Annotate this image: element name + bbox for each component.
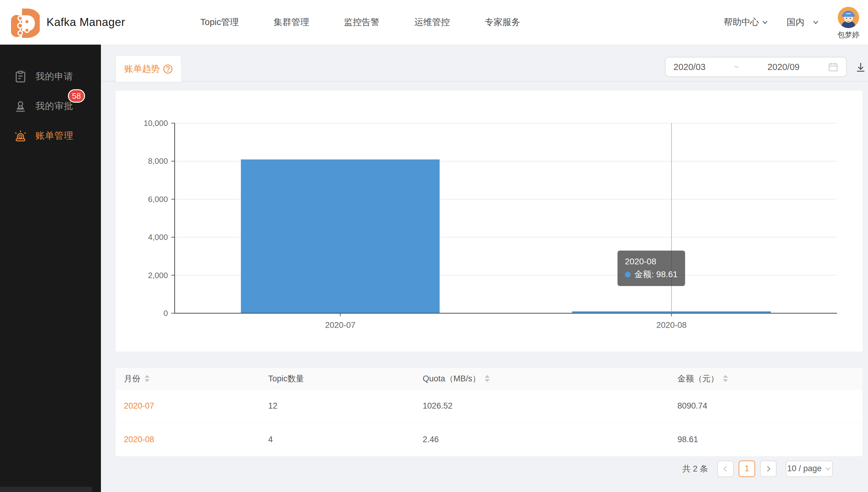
header-right: 帮助中心 国内 [724, 0, 860, 45]
page-1-button[interactable]: 1 [738, 461, 755, 477]
sort-icon[interactable] [723, 375, 728, 382]
column-label: 金额（元） [677, 373, 719, 384]
cell-quota: 2.46 [415, 423, 669, 457]
column-header-amount[interactable]: 金额（元） [669, 368, 863, 389]
user-menu[interactable]: 包梦婷 [838, 7, 860, 40]
bar-chart: 02,0004,0006,0008,00010,0002020-072020-0… [116, 91, 863, 351]
nav-cluster[interactable]: 集群管理 [274, 16, 309, 28]
y-axis-tick-label: 8,000 [148, 156, 168, 166]
help-center-label: 帮助中心 [724, 16, 759, 28]
billing-table-card: 月份 Topic数量 Quota（MB/s） [116, 368, 863, 456]
sort-icon[interactable] [145, 375, 149, 382]
cell-amount: 98.61 [669, 423, 863, 457]
nav-monitor[interactable]: 监控告警 [344, 16, 379, 28]
date-separator: ~ [734, 62, 739, 72]
nav-ops[interactable]: 运维管控 [415, 16, 450, 28]
nav-topic[interactable]: Topic管理 [200, 16, 239, 28]
x-axis-tick-label: 2020-07 [325, 321, 355, 330]
y-axis-tick-label: 10,000 [143, 119, 168, 128]
y-axis-tick-label: 4,000 [148, 232, 168, 242]
help-center-dropdown[interactable]: 帮助中心 [724, 16, 768, 28]
y-axis-tick-label: 6,000 [148, 195, 168, 204]
clipboard-icon [14, 70, 27, 83]
y-axis-tick-label: 2,000 [148, 271, 168, 280]
billing-trend-chart-card: 02,0004,0006,0008,00010,0002020-072020-0… [116, 91, 863, 351]
kafka-manager-app: Kafka Manager Topic管理 集群管理 监控告警 运维管控 专家服… [0, 0, 868, 492]
sidebar-item-billing[interactable]: 账单管理 [0, 121, 101, 151]
sidebar-item-my-approvals[interactable]: 我的审批 58 [0, 91, 101, 121]
month-link[interactable]: 2020-07 [124, 401, 154, 411]
sidebar-label: 账单管理 [36, 129, 73, 142]
bar-2020-07[interactable] [241, 159, 440, 313]
top-navbar: Kafka Manager Topic管理 集群管理 监控告警 运维管控 专家服… [0, 0, 868, 45]
region-label: 国内 [787, 16, 804, 28]
avatar [838, 7, 859, 28]
table-row: 2020-07 12 1026.52 8090.74 [116, 389, 863, 423]
top-nav-menu: Topic管理 集群管理 监控告警 运维管控 专家服务 [200, 0, 520, 45]
column-label: 月份 [124, 373, 140, 384]
chevron-left-icon [722, 465, 729, 472]
chevron-down-icon [825, 465, 831, 472]
table-header-row: 月份 Topic数量 Quota（MB/s） [116, 368, 863, 389]
region-dropdown[interactable]: 国内 [787, 16, 819, 28]
cell-topic-count: 4 [260, 423, 415, 457]
tab-billing-trend[interactable]: 账单趋势 [116, 56, 181, 82]
x-axis-tick-label: 2020-08 [656, 321, 687, 330]
sidebar-item-my-applications[interactable]: 我的申请 [0, 62, 101, 91]
total-count: 共 2 条 [682, 463, 708, 474]
date-range-picker[interactable]: 2020/03 ~ 2020/09 [665, 57, 847, 77]
prev-page-button[interactable] [717, 461, 734, 477]
chevron-down-icon [812, 19, 819, 26]
column-label: Topic数量 [268, 373, 304, 384]
sidebar-label: 我的审批 [36, 100, 73, 113]
calendar-icon[interactable] [828, 62, 838, 72]
cell-amount: 8090.74 [669, 389, 863, 423]
date-end-input[interactable]: 2020/09 [767, 62, 799, 72]
table-row: 2020-08 4 2.46 98.61 [116, 423, 863, 457]
column-header-topic-count: Topic数量 [260, 368, 415, 389]
column-header-quota[interactable]: Quota（MB/s） [415, 368, 669, 389]
approvals-count-badge: 58 [68, 89, 85, 103]
date-start-input[interactable]: 2020/03 [674, 62, 706, 72]
username: 包梦婷 [838, 30, 860, 40]
sort-icon[interactable] [485, 375, 490, 382]
page-size-select[interactable]: 10 / page [786, 461, 833, 477]
billing-table: 月份 Topic数量 Quota（MB/s） [116, 368, 863, 456]
nav-expert[interactable]: 专家服务 [485, 16, 520, 28]
tab-label: 账单趋势 [124, 63, 160, 75]
app-title: Kafka Manager [46, 16, 125, 29]
download-icon[interactable] [854, 61, 867, 73]
help-question-icon[interactable] [163, 64, 173, 74]
y-axis-tick-label: 0 [164, 309, 168, 318]
sidebar: 我的申请 我的审批 58 账单管理 [0, 45, 101, 492]
chevron-right-icon [765, 465, 772, 472]
toolbar-divider [101, 81, 868, 81]
next-page-button[interactable] [760, 461, 777, 477]
month-link[interactable]: 2020-08 [124, 435, 154, 444]
cell-topic-count: 12 [260, 389, 415, 423]
app-logo-icon [8, 7, 40, 38]
brand[interactable]: Kafka Manager [8, 7, 125, 38]
cell-quota: 1026.52 [415, 389, 669, 423]
stamp-icon [14, 100, 27, 113]
column-header-month[interactable]: 月份 [116, 368, 260, 389]
chevron-down-icon [761, 19, 768, 26]
siren-icon [14, 129, 27, 142]
horizontal-scrollbar[interactable] [0, 487, 92, 492]
pagination: 共 2 条 1 10 / page [682, 460, 833, 477]
column-label: Quota（MB/s） [423, 373, 480, 384]
page-size-value: 10 / page [787, 464, 822, 473]
sidebar-label: 我的申请 [36, 70, 73, 83]
